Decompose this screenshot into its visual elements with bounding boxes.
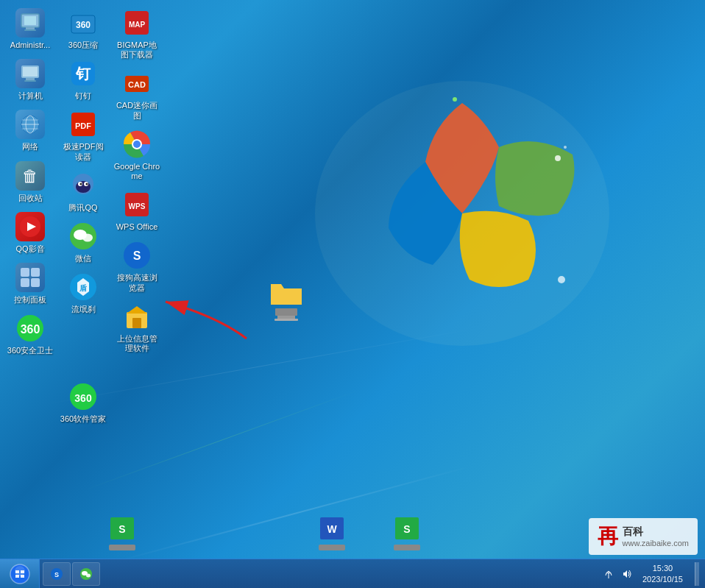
svg-rect-22 [21, 268, 29, 277]
icon-wps[interactable]: WPS WPS Office [110, 185, 163, 236]
desktop-icons-col3: MAP BIGMAP地图下载器 CAD CAD迷你画图 Googl [110, 4, 163, 358]
svg-text:S: S [118, 523, 125, 535]
svg-rect-77 [21, 570, 24, 573]
svg-text:PDF: PDF [75, 121, 91, 130]
svg-rect-78 [15, 575, 19, 578]
svg-rect-11 [23, 67, 38, 77]
desktop-icons-col2: 360 360压缩 钉 钉钉 PDF 极速PDF阅读器 腾讯QQ [57, 4, 110, 429]
desktop-icons-col1: Administr... 计算机 网络 🗑 回收站 QQ影音 [4, 4, 57, 360]
svg-rect-79 [21, 575, 24, 578]
taskbar: S 15:30 2023/10/15 [0, 559, 705, 588]
svg-text:360: 360 [76, 20, 91, 30]
icon-locationmgr[interactable]: 上位信息管理软件 [110, 297, 163, 358]
icon-pdf[interactable]: PDF 极速PDF阅读器 [57, 105, 110, 166]
show-desktop-btn[interactable] [695, 562, 699, 586]
icon-computer[interactable]: 计算机 [4, 54, 57, 105]
folder-svg [268, 275, 305, 308]
svg-text:🗑: 🗑 [22, 167, 38, 185]
icon-network[interactable]: 网络 [4, 105, 57, 156]
svg-text:S: S [54, 571, 59, 578]
watermark-url: www.zaibaike.com [623, 539, 689, 548]
icon-panel[interactable]: 控制面板 [4, 258, 57, 309]
svg-point-84 [86, 573, 91, 577]
svg-rect-24 [21, 278, 29, 287]
svg-point-1 [555, 155, 561, 161]
clock-date: 2023/10/15 [642, 574, 683, 584]
start-button[interactable] [0, 559, 40, 589]
icon-administrator[interactable]: Administr... [4, 4, 57, 54]
icon-wps-excel1[interactable]: S [96, 509, 149, 555]
icon-cad[interactable]: CAD CAD迷你画图 [110, 64, 163, 124]
icon-middle-folder[interactable] [265, 272, 308, 326]
svg-text:MAP: MAP [129, 21, 146, 29]
svg-point-39 [80, 183, 82, 185]
svg-text:盾: 盾 [79, 284, 88, 292]
svg-rect-25 [31, 278, 40, 287]
svg-point-4 [453, 97, 457, 102]
svg-rect-64 [277, 316, 295, 319]
start-orb [10, 564, 30, 584]
svg-point-2 [564, 146, 567, 149]
svg-rect-12 [26, 78, 35, 80]
taskbar-wechat[interactable] [72, 562, 100, 586]
svg-point-54 [133, 141, 141, 148]
sogou-taskbar-icon: S [49, 567, 64, 581]
watermark-char: 再 [598, 523, 618, 550]
bottom-desktop-icons-right: W S [305, 509, 433, 555]
icon-qq[interactable]: 腾讯QQ [57, 166, 110, 217]
icon-chrome[interactable]: Google Chrome [110, 125, 163, 185]
svg-rect-61 [132, 318, 141, 328]
svg-point-36 [76, 181, 91, 193]
clock-time: 15:30 [642, 563, 683, 573]
svg-text:S: S [133, 249, 141, 262]
tray-network[interactable] [601, 567, 616, 581]
watermark-text: 百科 [623, 525, 689, 539]
watermark: 再 百科 www.zaibaike.com [589, 518, 698, 555]
clock[interactable]: 15:30 2023/10/15 [637, 563, 689, 584]
svg-rect-7 [24, 16, 36, 25]
svg-rect-8 [26, 27, 35, 29]
svg-point-40 [86, 183, 88, 185]
svg-point-43 [82, 233, 93, 241]
icon-qqvideo[interactable]: QQ影音 [4, 208, 57, 258]
desktop: Administr... 计算机 网络 🗑 回收站 QQ影音 [0, 0, 705, 588]
svg-rect-23 [31, 268, 40, 277]
svg-rect-65 [274, 319, 298, 321]
svg-marker-60 [127, 306, 147, 314]
svg-rect-9 [24, 29, 36, 31]
svg-rect-62 [271, 288, 302, 305]
icon-360soft[interactable]: 360 360软件管家 [57, 378, 110, 428]
svg-point-3 [558, 276, 565, 283]
system-tray: 15:30 2023/10/15 [595, 559, 705, 588]
icon-bigmap[interactable]: MAP BIGMAP地图下载器 [110, 4, 163, 64]
taskbar-sogou[interactable]: S [43, 562, 71, 586]
svg-text:S: S [403, 523, 410, 535]
icon-sogou[interactable]: S 搜狗高速浏览器 [110, 236, 163, 297]
icon-word-bottom[interactable]: W [305, 509, 358, 555]
svg-text:360: 360 [21, 323, 40, 336]
tray-volume[interactable] [619, 567, 634, 581]
taskbar-items: S [40, 559, 595, 588]
svg-rect-13 [24, 80, 36, 82]
svg-text:WPS: WPS [129, 202, 146, 210]
excel-icon-svg: S [109, 514, 135, 543]
svg-text:CAD: CAD [128, 80, 146, 89]
monitor-stand [272, 308, 301, 323]
icon-wechat[interactable]: 微信 [57, 217, 110, 268]
svg-text:W: W [327, 523, 337, 535]
svg-text:钉: 钉 [75, 65, 91, 82]
icon-360antivirus[interactable]: 盾 流氓刹 [57, 268, 110, 319]
svg-rect-63 [275, 308, 297, 316]
icon-360guard[interactable]: 360 360安全卫士 [4, 309, 57, 360]
icon-excel-bottom[interactable]: S [380, 509, 433, 555]
icon-nail[interactable]: 钉 钉钉 [57, 54, 110, 105]
wechat-taskbar-icon [79, 567, 93, 581]
icon-360compress[interactable]: 360 360压缩 [57, 4, 110, 54]
svg-text:360: 360 [74, 392, 92, 404]
bottom-desktop-icons: S [96, 509, 149, 555]
icon-recycle[interactable]: 🗑 回收站 [4, 157, 57, 208]
windows-logo [308, 59, 617, 368]
svg-rect-76 [15, 570, 19, 573]
